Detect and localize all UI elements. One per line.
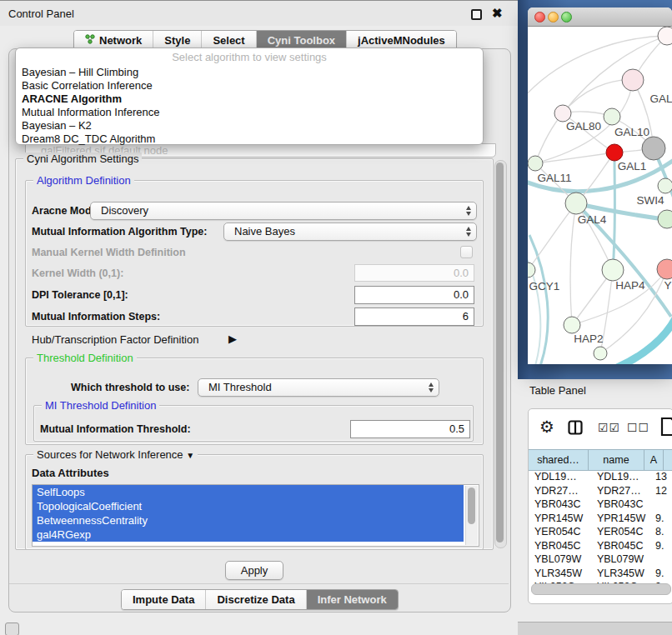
aracne-mode-select[interactable]: Discovery <box>90 202 477 220</box>
table-horizontal-scrollbar[interactable] <box>531 583 671 595</box>
table-row[interactable]: YER054CYER054C8. <box>529 525 672 539</box>
table-cell: 8. <box>649 525 672 539</box>
network-node-hap4[interactable] <box>602 259 624 281</box>
manual-kernel-checkbox[interactable] <box>460 246 473 258</box>
node-label-gcy1: GCY1 <box>529 280 560 292</box>
dpi-tolerance-field[interactable]: 0.0 <box>354 286 474 304</box>
algorithm-option-bayesian-hill-climbing[interactable]: Bayesian – Hill Climbing <box>16 66 483 79</box>
network-node-gal4[interactable] <box>565 192 587 214</box>
collapsed-panel-icon[interactable] <box>5 622 19 635</box>
float-window-icon[interactable] <box>471 9 482 20</box>
network-node-y[interactable] <box>657 259 672 279</box>
attribute-topologicalcoefficient[interactable]: TopologicalCoefficient <box>33 499 464 513</box>
settings-scrollbar-thumb[interactable] <box>496 162 504 542</box>
close-traffic-light-icon[interactable] <box>534 12 545 22</box>
mi-threshold-label: Mutual Information Threshold: <box>40 423 191 435</box>
algorithm-option-aracne-algorithm[interactable]: ARACNE Algorithm <box>16 92 483 106</box>
data-attributes-list[interactable]: SelfLoopsTopologicalCoefficientBetweenne… <box>32 484 479 547</box>
network-node[interactable] <box>594 347 607 360</box>
page-icon[interactable] <box>660 417 672 439</box>
list-scrollbar-thumb[interactable] <box>468 488 475 524</box>
bottom-tab-label: Impute Data <box>133 590 194 609</box>
expand-right-icon[interactable]: ▶ <box>228 332 237 345</box>
column-header-a[interactable]: A <box>644 450 664 470</box>
settings-scrollbar[interactable] <box>494 160 507 548</box>
network-node-gal11[interactable] <box>528 156 543 171</box>
close-icon[interactable]: ✖ <box>492 6 503 21</box>
settings-group-title: Cyni Algorithm Settings <box>23 152 142 165</box>
manual-kernel-label: Manual Kernel Width Definition <box>32 247 186 258</box>
network-edge <box>611 317 672 364</box>
attribute-selfloops[interactable]: SelfLoops <box>33 485 464 499</box>
table-cell: YDL19… <box>529 470 591 484</box>
split-columns-icon[interactable] <box>568 420 583 438</box>
network-node[interactable] <box>658 210 672 228</box>
network-window-titlebar[interactable] <box>528 8 672 27</box>
network-node[interactable] <box>658 27 672 45</box>
unchecked-pair-icon[interactable]: ☐☐ <box>627 421 649 434</box>
mi-steps-field[interactable]: 6 <box>354 308 474 326</box>
algorithm-option-mutual-information-inference[interactable]: Mutual Information Inference <box>16 106 483 119</box>
network-edge <box>535 152 614 163</box>
network-node-gal1[interactable] <box>606 144 623 161</box>
network-node-gal[interactable] <box>622 69 644 91</box>
network-node-gcy1[interactable] <box>528 262 535 278</box>
table-panel-title: Table Panel <box>529 384 586 397</box>
divider <box>9 583 509 584</box>
column-header-name[interactable]: name <box>589 450 644 470</box>
which-threshold-select[interactable]: MI Threshold <box>198 378 439 397</box>
threshold-definition-title: Threshold Definition <box>33 352 137 364</box>
table-cell: 9. <box>649 539 672 553</box>
table-cell: YER054C <box>591 525 649 539</box>
table-row[interactable]: YDR27…YDR27…12 <box>529 484 672 498</box>
bottom-tab-discretize-data[interactable]: Discretize Data <box>205 590 305 609</box>
bottom-tab-impute-data[interactable]: Impute Data <box>122 590 205 609</box>
minimize-traffic-light-icon[interactable] <box>548 12 559 22</box>
status-strip <box>518 622 672 635</box>
network-canvas[interactable]: GALGAL80GAL10GAL1GAL11GAL4SWI4GCY1HAP4YH… <box>528 27 672 364</box>
table-cell <box>649 498 672 512</box>
attribute-betweennesscentrality[interactable]: BetweennessCentrality <box>33 513 464 528</box>
network-view-window: GALGAL80GAL10GAL1GAL11GAL4SWI4GCY1HAP4YH… <box>528 8 672 364</box>
table-row[interactable]: YBR045CYBR045C9. <box>529 539 672 553</box>
node-label-gal4: GAL4 <box>578 213 607 226</box>
node-label-hap4: HAP4 <box>615 279 645 292</box>
table-row[interactable]: YDL19…YDL19…13 <box>529 470 672 484</box>
table-row[interactable]: YBL079WYBL079W <box>529 552 672 567</box>
mi-type-label: Mutual Information Algorithm Type: <box>32 226 207 238</box>
bottom-tab-infer-network[interactable]: Infer Network <box>306 590 398 609</box>
zoom-traffic-light-icon[interactable] <box>561 12 572 22</box>
bottom-tab-label: Infer Network <box>318 590 387 609</box>
column-header-shared[interactable]: shared… <box>529 450 589 470</box>
collapse-down-icon[interactable]: ▼ <box>186 451 194 460</box>
network-node-hap2[interactable] <box>564 317 580 333</box>
table-cell: YPR145W <box>529 512 591 526</box>
list-scrollbar[interactable] <box>465 486 478 545</box>
mi-type-select[interactable]: Naive Bayes <box>223 222 477 241</box>
table-cell: 13 <box>649 470 672 484</box>
table-row[interactable]: YLR345WYLR345W9. <box>529 567 672 581</box>
network-node-swi4[interactable] <box>658 178 672 193</box>
apply-button[interactable]: Apply <box>225 561 283 580</box>
gear-icon[interactable]: ⚙ <box>539 417 554 437</box>
algorithm-option-basic-correlation-inference[interactable]: Basic Correlation Inference <box>16 79 483 92</box>
algorithm-option-bayesian-k2[interactable]: Bayesian – K2 <box>16 119 483 132</box>
network-node-gal80[interactable] <box>554 105 571 122</box>
mi-threshold-field[interactable]: 0.5 <box>350 420 470 438</box>
table-cell: YBR045C <box>591 539 649 553</box>
kernel-width-field[interactable]: 0.0 <box>354 264 474 282</box>
attribute-gal4rgexp[interactable]: gal4RGexp <box>33 528 464 542</box>
which-threshold-value: MI Threshold <box>208 381 272 393</box>
algorithm-placeholder: Select algorithm to view settings <box>16 48 483 66</box>
table-cell: YLR345W <box>529 567 591 581</box>
checked-pair-icon[interactable]: ☑☑ <box>598 421 620 434</box>
stepper-arrows-icon <box>429 382 434 392</box>
algorithm-option-dream8-dc-tdc-algorithm[interactable]: Dream8 DC_TDC Algorithm <box>16 132 483 146</box>
mi-threshold-definition-title: MI Threshold Definition <box>42 399 159 412</box>
table-row[interactable]: YPR145WYPR145W9. <box>529 512 672 526</box>
bottom-tab-bar: Impute DataDiscretize DataInfer Network <box>121 589 399 610</box>
network-node-gal10[interactable] <box>604 108 620 125</box>
table-cell: YDR27… <box>529 484 591 498</box>
table-row[interactable]: YBR043CYBR043C <box>529 498 672 512</box>
network-node[interactable] <box>642 137 665 160</box>
